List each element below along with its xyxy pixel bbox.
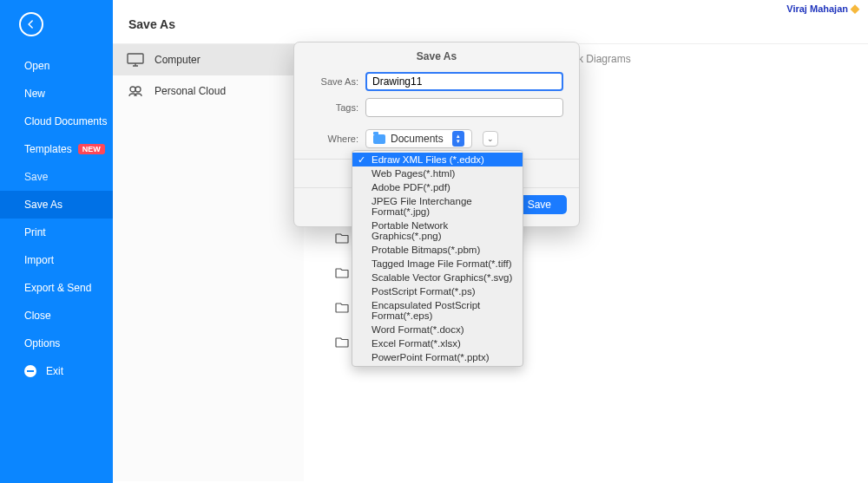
location-label: Personal Cloud [155, 85, 226, 97]
format-option[interactable]: Web Pages(*.html) [352, 166, 523, 180]
sidebar-item-label: Save [24, 171, 48, 183]
tags-input[interactable] [365, 98, 563, 117]
svg-rect-0 [128, 54, 143, 63]
sidebar-item-save[interactable]: Save [0, 163, 113, 191]
sidebar-item-label: Open [24, 60, 49, 72]
sidebar-item-export-send[interactable]: Export & Send [0, 274, 113, 302]
new-badge: NEW [78, 144, 105, 154]
format-option[interactable]: Protable Bitmaps(*.pbm) [352, 243, 523, 257]
arrow-left-icon [25, 18, 37, 30]
sidebar-item-label: Print [24, 226, 46, 238]
format-option[interactable]: Encapsulated PostScript Format(*.eps) [352, 298, 523, 323]
user-badge[interactable]: Viraj Mahajan ◆ [786, 2, 859, 15]
sidebar: OpenNewCloud DocumentsTemplatesNEWSaveSa… [0, 0, 113, 483]
sidebar-item-exit[interactable]: Exit [0, 357, 113, 385]
sidebar-item-label: Export & Send [24, 282, 91, 294]
sidebar-item-label: Import [24, 254, 54, 266]
monitor-icon [127, 54, 144, 66]
folder-icon [335, 232, 349, 244]
where-value: Documents [391, 133, 444, 145]
sidebar-item-label: New [24, 88, 45, 100]
sidebar-item-templates[interactable]: TemplatesNEW [0, 135, 113, 163]
format-option[interactable]: Word Format(*.docx) [352, 323, 523, 336]
save-as-label: Save As: [310, 76, 358, 87]
format-option[interactable]: Edraw XML Files (*.eddx) [352, 153, 523, 166]
folder-icon [335, 267, 349, 278]
back-button[interactable] [19, 12, 43, 36]
expand-button[interactable]: ⌄ [483, 131, 498, 147]
sidebar-item-print[interactable]: Print [0, 219, 113, 246]
sidebar-item-label: Cloud Documents [24, 115, 107, 127]
sidebar-item-label: Save As [24, 199, 62, 211]
sidebar-item-save-as[interactable]: Save As [0, 191, 113, 219]
sidebar-item-label: Exit [46, 365, 63, 377]
sidebar-item-label: Close [24, 310, 51, 322]
format-option[interactable]: Excel Format(*.xlsx) [352, 336, 523, 350]
sidebar-item-label: Templates [24, 143, 72, 155]
where-select[interactable]: Documents [365, 129, 472, 148]
format-option[interactable]: PostScript Format(*.ps) [352, 284, 523, 298]
user-name: Viraj Mahajan [786, 3, 848, 14]
sidebar-item-open[interactable]: Open [0, 52, 113, 80]
where-label: Where: [310, 134, 358, 144]
filename-input[interactable] [365, 72, 563, 91]
format-option[interactable]: Adobe PDF(*.pdf) [352, 180, 523, 194]
tags-label: Tags: [310, 102, 358, 113]
sidebar-item-import[interactable]: Import [0, 246, 113, 274]
format-option[interactable]: JPEG File Interchange Format(*.jpg) [352, 194, 523, 219]
location-computer[interactable]: Computer [113, 44, 304, 75]
diamond-icon: ◆ [851, 2, 859, 15]
sidebar-item-cloud-documents[interactable]: Cloud Documents [0, 108, 113, 135]
sidebar-item-close[interactable]: Close [0, 302, 113, 330]
location-column: ComputerPersonal Cloud [113, 43, 304, 481]
format-option[interactable]: PowerPoint Format(*.pptx) [352, 350, 523, 364]
svg-point-1 [130, 87, 135, 92]
folder-icon [335, 302, 349, 313]
format-option[interactable]: Portable Network Graphics(*.png) [352, 219, 523, 243]
format-option[interactable]: Tagged Image File Format(*.tiff) [352, 257, 523, 271]
svg-point-2 [135, 87, 141, 92]
cloud-person-icon [127, 85, 144, 97]
location-label: Computer [155, 54, 201, 66]
location-personal-cloud[interactable]: Personal Cloud [113, 75, 304, 107]
format-option[interactable]: Scalable Vector Graphics(*.svg) [352, 271, 523, 284]
sidebar-item-new[interactable]: New [0, 80, 113, 108]
folder-icon [373, 134, 385, 144]
dialog-title: Save As [294, 42, 579, 69]
sidebar-item-options[interactable]: Options [0, 330, 113, 357]
updown-icon [452, 131, 464, 147]
exit-icon [24, 365, 36, 377]
folder-icon [335, 336, 349, 348]
page-title: Save As [113, 0, 868, 43]
sidebar-item-label: Options [24, 337, 60, 349]
format-dropdown[interactable]: Edraw XML Files (*.eddx)Web Pages(*.html… [352, 150, 523, 367]
